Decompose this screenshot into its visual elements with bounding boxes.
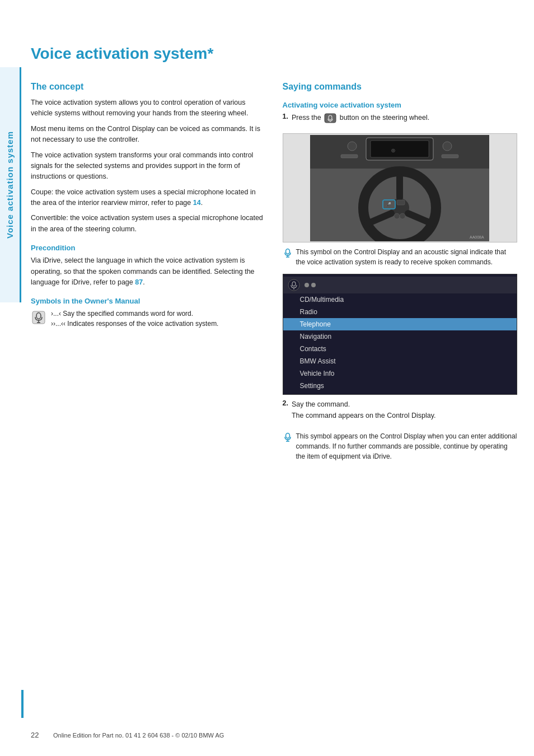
concept-para-5: Convertible: the voice activation system…	[31, 213, 266, 235]
menu-dot-1	[305, 283, 309, 287]
svg-point-12	[348, 142, 357, 151]
voice-note-1-text: This symbol on the Control Display and a…	[296, 247, 518, 267]
menu-item-2: Telephone	[283, 318, 517, 330]
precondition-text: Via iDrive, select the language in which…	[31, 255, 266, 288]
svg-point-25	[400, 213, 405, 219]
svg-rect-23	[397, 200, 405, 205]
voice-symbol-icon	[31, 310, 46, 325]
concept-para-3: The voice activation system transforms y…	[31, 150, 266, 183]
step-2-line: 2. Say the command. The command appears …	[283, 399, 518, 426]
sidebar-tab-label: Voice activation system	[5, 131, 15, 239]
footer-text: Online Edition for Part no. 01 41 2 604 …	[53, 730, 224, 739]
concept-heading: The concept	[31, 82, 266, 92]
menu-voice-icon	[288, 279, 300, 291]
menu-item-5: BMW Assist	[283, 355, 517, 367]
step-1-num: 1.	[283, 113, 288, 128]
voice-note-2: This symbol appears on the Control Displ…	[283, 431, 518, 461]
menu-item-3: Navigation	[283, 330, 517, 343]
svg-point-34	[285, 433, 289, 438]
bottom-accent	[21, 690, 24, 718]
button-icon	[324, 113, 336, 123]
voice-note-2-text: This symbol appears on the Control Displ…	[296, 431, 518, 461]
page-title: Voice activation system*	[31, 45, 517, 66]
car-interior-svg: ◎ 🎤	[310, 135, 489, 241]
step-1-text: Press the button on the steering wheel.	[292, 113, 429, 123]
menu-item-4: Contacts	[283, 343, 517, 355]
menu-item-7: Settings	[283, 380, 517, 392]
step-2-num: 2.	[283, 399, 288, 426]
symbol-text-block: ›...‹ Say the specified commands word fo…	[51, 309, 218, 329]
svg-rect-14	[341, 155, 358, 158]
voice-note-1-icon	[283, 248, 293, 262]
step-2-text: Say the command. The command appears on …	[292, 399, 436, 421]
activating-heading: Activating voice activation system	[283, 101, 518, 109]
step-1-line: 1. Press the button on the steering whee…	[283, 113, 518, 128]
steering-wheel-image: ◎ 🎤	[283, 133, 518, 242]
symbols-heading: Symbols in the Owner's Manual	[31, 297, 266, 305]
svg-text:◎: ◎	[391, 148, 395, 153]
menu-item-1: Radio	[283, 306, 517, 318]
symbol1-text: ›...‹ Say the specified commands word fo…	[51, 309, 218, 319]
symbol2-text: ››...‹‹ Indicates responses of the voice…	[51, 319, 218, 329]
svg-point-13	[443, 142, 452, 151]
voice-note-2-icon	[283, 432, 293, 446]
step-1-block: 1. Press the button on the steering whee…	[283, 113, 518, 128]
right-column: Saying commands Activating voice activat…	[283, 82, 518, 466]
ref-87[interactable]: 87	[135, 278, 143, 286]
svg-point-24	[394, 213, 400, 219]
menu-dot-2	[311, 283, 316, 287]
svg-text:🎤: 🎤	[386, 202, 391, 207]
concept-para-2: Most menu items on the Control Display c…	[31, 124, 266, 146]
left-column: The concept The voice activation system …	[31, 82, 266, 466]
menu-screenshot: CD/MultimediaRadioTelephoneNavigationCon…	[283, 274, 518, 395]
svg-rect-10	[371, 141, 429, 157]
svg-text:AA008A: AA008A	[470, 235, 484, 239]
footer: 22 Online Edition for Part no. 01 41 2 6…	[31, 730, 517, 739]
sidebar-tab: Voice activation system	[0, 67, 21, 302]
concept-para-1: The voice activation system allows you t…	[31, 97, 266, 119]
symbol-block: ›...‹ Say the specified commands word fo…	[31, 309, 266, 329]
menu-item-0: CD/Multimedia	[283, 293, 517, 306]
svg-rect-15	[442, 155, 458, 158]
concept-para-4: Coupe: the voice activation system uses …	[31, 187, 266, 209]
page-number: 22	[31, 730, 53, 739]
precondition-heading: Precondition	[31, 244, 266, 252]
voice-note-1: This symbol on the Control Display and a…	[283, 247, 518, 267]
menu-item-6: Vehicle Info	[283, 367, 517, 380]
step-2-block: 2. Say the command. The command appears …	[283, 399, 518, 426]
svg-point-28	[285, 249, 289, 254]
saying-commands-heading: Saying commands	[283, 82, 518, 92]
menu-items-list: CD/MultimediaRadioTelephoneNavigationCon…	[283, 293, 517, 392]
ref-14[interactable]: 14	[193, 199, 201, 207]
